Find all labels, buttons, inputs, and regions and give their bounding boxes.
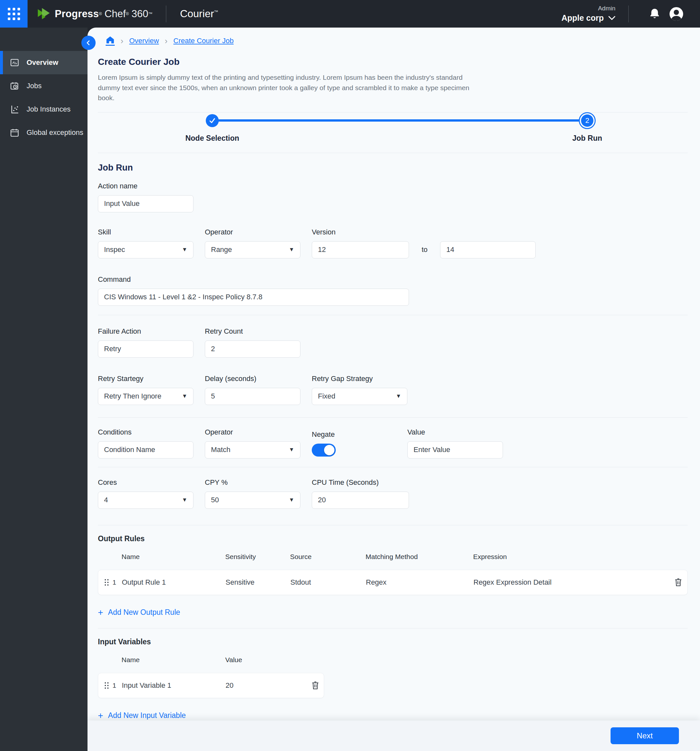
add-new-output-rule-button[interactable]: + Add New Output Rule <box>98 608 180 617</box>
version-from-field: Version <box>312 228 409 258</box>
breadcrumb-create-courier-job-link[interactable]: Create Courier Job <box>173 37 234 45</box>
drag-handle-icon[interactable] <box>105 579 113 586</box>
add-new-output-rule-label: Add New Output Rule <box>108 608 180 617</box>
cpy-select[interactable]: 50 ▼ <box>205 491 301 509</box>
home-breadcrumb-link[interactable] <box>106 36 115 46</box>
delay-input[interactable] <box>205 388 301 405</box>
input-variable-value: 20 <box>225 681 307 690</box>
trash-icon <box>674 578 683 587</box>
sidebar-item-job-instances[interactable]: Job Instances <box>0 97 88 121</box>
plus-icon: + <box>98 711 103 720</box>
version-to-label: to <box>422 246 427 254</box>
condition-operator-label: Operator <box>205 428 301 436</box>
negate-label: Negate <box>312 430 396 439</box>
toggle-knob <box>324 445 335 455</box>
org-switcher[interactable]: Admin Apple corp <box>561 5 615 23</box>
retry-strategy-field: Retry Startegy Retry Then Ignore ▼ <box>98 374 193 405</box>
command-label: Command <box>98 275 409 284</box>
version-to-input[interactable] <box>440 241 536 258</box>
brand-reg-mark2: ® <box>126 11 129 16</box>
column-header-sensitivity: Sensitivity <box>225 553 290 561</box>
value-field: Value <box>407 428 503 459</box>
action-name-field: Action name <box>98 182 193 212</box>
delete-output-rule-button[interactable] <box>669 578 688 587</box>
brand-logo: Progress® Chef® 360™ <box>37 7 152 21</box>
output-rule-sensitivity: Sensitive <box>225 578 290 587</box>
divider <box>98 525 688 525</box>
retry-count-input[interactable] <box>205 340 301 358</box>
notifications-button[interactable] <box>649 8 660 20</box>
skill-select[interactable]: Inspec ▼ <box>98 241 193 258</box>
sidebar: Overview Jobs Job Instances <box>0 28 88 751</box>
caret-down-icon: ▼ <box>289 246 294 253</box>
failure-action-input[interactable] <box>98 340 193 358</box>
operator-select[interactable]: Range ▼ <box>205 241 301 258</box>
caret-down-icon: ▼ <box>182 497 187 503</box>
app-grid-button[interactable] <box>0 0 28 28</box>
action-name-input[interactable] <box>98 195 193 212</box>
version-to-field <box>440 241 536 258</box>
sidebar-item-overview[interactable]: Overview <box>0 51 88 74</box>
cores-label: Cores <box>98 478 193 487</box>
output-rule-expression: Regex Expression Detail <box>473 578 669 587</box>
bell-icon <box>649 8 660 20</box>
breadcrumb-overview-link[interactable]: Overview <box>129 37 159 45</box>
sidebar-item-global-exceptions[interactable]: Global exceptions <box>0 121 88 144</box>
divider <box>98 153 688 153</box>
delay-field: Delay (seconds) <box>205 374 301 405</box>
sidebar-collapse-button[interactable] <box>81 36 96 50</box>
step-job-run-indicator[interactable]: 2 <box>579 112 596 129</box>
chevron-down-icon <box>608 16 615 20</box>
version-from-input[interactable] <box>312 241 409 258</box>
brand-progress-text: Progress <box>55 8 99 20</box>
stepper: 2 Node Selection Job Run <box>98 114 688 153</box>
column-header-value: Value <box>225 656 307 664</box>
skill-field: Skill Inspec ▼ <box>98 228 193 258</box>
output-rules-title: Output Rules <box>98 535 688 543</box>
cpu-time-input[interactable] <box>312 491 409 509</box>
stepper-connector <box>212 119 587 122</box>
cpy-selected-value: 50 <box>211 496 219 504</box>
column-header-expression: Expression <box>473 553 669 561</box>
output-rules-header: Name Sensitivity Source Matching Method … <box>98 553 688 561</box>
value-input[interactable] <box>407 441 503 459</box>
condition-operator-field: Operator Match ▼ <box>205 428 301 459</box>
output-rule-matching-method: Regex <box>366 578 473 587</box>
condition-operator-select[interactable]: Match ▼ <box>205 441 301 459</box>
account-button[interactable] <box>669 7 683 21</box>
add-new-input-variable-button[interactable]: + Add New Input Variable <box>98 711 186 720</box>
retry-count-field: Retry Count <box>205 327 301 358</box>
action-name-label: Action name <box>98 182 193 190</box>
next-button[interactable]: Next <box>611 727 679 744</box>
command-input[interactable] <box>98 289 409 306</box>
output-rule-row: 1 Output Rule 1 Sensitive Stdout Regex R… <box>98 570 688 595</box>
retry-strategy-label: Retry Startegy <box>98 374 193 383</box>
cores-select[interactable]: 4 ▼ <box>98 491 193 509</box>
operator-field: Operator Range ▼ <box>205 228 301 258</box>
retry-gap-strategy-selected-value: Fixed <box>318 392 335 400</box>
step-job-run-label: Job Run <box>545 134 629 143</box>
step-node-selection-indicator[interactable] <box>206 114 219 127</box>
section-title-job-run: Job Run <box>98 163 688 173</box>
divider <box>98 417 688 418</box>
drag-handle-icon[interactable] <box>105 682 113 689</box>
breadcrumb-separator: › <box>165 37 168 45</box>
retry-gap-strategy-label: Retry Gap Strategy <box>312 374 407 383</box>
negate-toggle[interactable] <box>312 443 336 457</box>
sidebar-item-jobs[interactable]: Jobs <box>0 74 88 97</box>
global-exceptions-icon <box>10 128 20 138</box>
retry-gap-strategy-select[interactable]: Fixed ▼ <box>312 388 407 405</box>
screen: Progress® Chef® 360™ Courier™ Admin Appl… <box>0 0 700 751</box>
input-variable-row: 1 Input Variable 1 20 <box>98 673 324 698</box>
delete-input-variable-button[interactable] <box>307 681 324 690</box>
retry-strategy-select[interactable]: Retry Then Ignore ▼ <box>98 388 193 405</box>
brand-360-text: 360 <box>131 8 148 20</box>
cores-field: Cores 4 ▼ <box>98 478 193 509</box>
column-header-name: Name <box>122 553 225 561</box>
page-title: Create Courier Job <box>98 57 688 67</box>
conditions-input[interactable] <box>98 441 193 459</box>
column-header-source: Source <box>290 553 365 561</box>
divider <box>98 112 688 113</box>
caret-down-icon: ▼ <box>182 393 187 400</box>
breadcrumb: › Overview › Create Courier Job <box>106 36 688 46</box>
